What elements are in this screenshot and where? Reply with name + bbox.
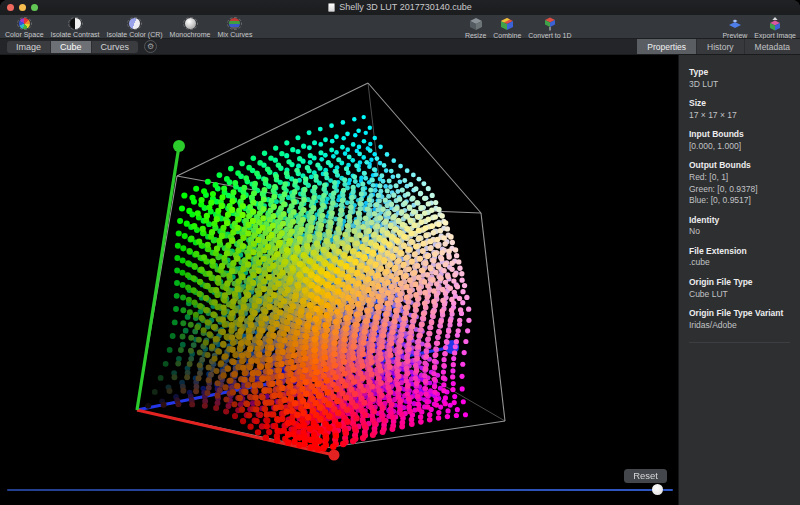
toolbar: Color Space Isolate Contrast Isolate Col… xyxy=(0,15,800,39)
property-value: No xyxy=(689,226,790,237)
tab-metadata[interactable]: Metadata xyxy=(745,39,800,54)
inspector-tabs: Properties History Metadata xyxy=(637,39,800,54)
property-label: Input Bounds xyxy=(689,129,790,139)
tab-history[interactable]: History xyxy=(697,39,744,54)
property-label: Size xyxy=(689,98,790,108)
window-title: Shelly 3D LUT 2017730140.cube xyxy=(0,0,800,15)
cube-viewport: Reset xyxy=(0,55,678,505)
property-label: File Extension xyxy=(689,246,790,256)
preview-button[interactable]: Preview xyxy=(722,16,747,38)
mix-curves-button[interactable]: Mix Curves xyxy=(217,16,252,38)
reset-button[interactable]: Reset xyxy=(624,469,667,483)
export-image-icon xyxy=(767,17,783,31)
property-value: 17 × 17 × 17 xyxy=(689,110,790,121)
toolbar-group-center: Resize Combine Convert to 1D xyxy=(465,16,572,38)
property-value: Iridas/Adobe xyxy=(689,320,790,331)
divider xyxy=(689,342,790,343)
color-space-button[interactable]: Color Space xyxy=(5,16,44,38)
view-mode-tabs: Image Cube Curves xyxy=(7,41,138,53)
document-icon xyxy=(328,3,335,12)
combine-icon xyxy=(499,17,515,31)
lut-cube-3d-view[interactable] xyxy=(0,55,678,504)
resize-button[interactable]: Resize xyxy=(465,16,486,38)
monochrome-button[interactable]: Monochrome xyxy=(170,16,211,38)
properties-panel: Type 3D LUT Size 17 × 17 × 17 Input Boun… xyxy=(678,55,800,505)
tab-properties[interactable]: Properties xyxy=(637,39,697,54)
rotation-slider[interactable] xyxy=(7,484,673,496)
app-window: Shelly 3D LUT 2017730140.cube Color Spac… xyxy=(0,0,800,505)
property-label: Type xyxy=(689,67,790,77)
isolate-color-icon xyxy=(127,17,142,30)
title-bar: Shelly 3D LUT 2017730140.cube xyxy=(0,0,800,15)
mix-curves-icon xyxy=(227,17,242,30)
toolbar-group-left: Color Space Isolate Contrast Isolate Col… xyxy=(5,16,252,38)
property-value: .cube xyxy=(689,257,790,268)
toolbar-group-right: Preview Export Image xyxy=(722,16,796,38)
property-label: Origin File Type xyxy=(689,277,790,287)
property-value: 3D LUT xyxy=(689,79,790,90)
convert-to-1d-button[interactable]: Convert to 1D xyxy=(528,16,571,38)
slider-track[interactable] xyxy=(7,489,673,491)
isolate-contrast-button[interactable]: Isolate Contrast xyxy=(51,16,100,38)
property-value: Red: [0, 1] Green: [0, 0.9378] Blue: [0,… xyxy=(689,172,790,206)
property-value: Cube LUT xyxy=(689,289,790,300)
preview-icon xyxy=(727,17,743,31)
isolate-color-button[interactable]: Isolate Color (CR) xyxy=(107,16,163,38)
export-image-button[interactable]: Export Image xyxy=(754,16,796,38)
property-label: Output Bounds xyxy=(689,160,790,170)
isolate-contrast-icon xyxy=(68,17,83,30)
monochrome-icon xyxy=(183,17,198,30)
property-label: Identity xyxy=(689,215,790,225)
tab-cube[interactable]: Cube xyxy=(51,41,92,53)
tab-strip: Image Cube Curves ⚙ Properties History M… xyxy=(0,39,800,55)
convert-to-1d-icon xyxy=(542,17,558,31)
slider-knob[interactable] xyxy=(652,484,663,495)
tab-image[interactable]: Image xyxy=(7,41,51,53)
color-space-icon xyxy=(17,17,32,30)
resize-icon xyxy=(468,17,484,31)
tab-curves[interactable]: Curves xyxy=(92,41,139,53)
combine-button[interactable]: Combine xyxy=(493,16,521,38)
gear-icon[interactable]: ⚙ xyxy=(144,40,157,53)
property-value: [0.000, 1.000] xyxy=(689,141,790,152)
property-label: Origin File Type Variant xyxy=(689,308,790,318)
